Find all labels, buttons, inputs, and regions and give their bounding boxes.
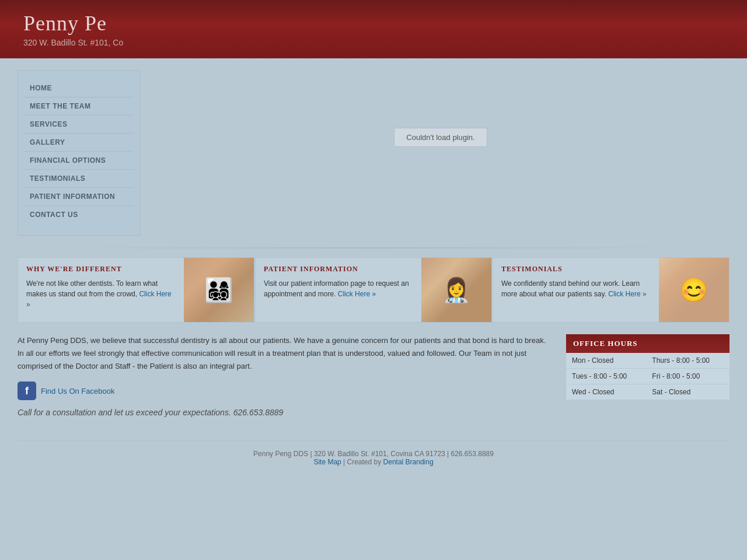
main-nav: HOMEMEET THE TEAMSERVICESGALLERYFINANCIA… [24, 79, 134, 223]
card-why-different: WHY WE'RE DIFFERENTWe're not like other … [18, 257, 254, 323]
card-image [184, 258, 254, 322]
nav-item: HOME [24, 79, 134, 97]
office-hours-table: Mon - ClosedThurs - 8:00 - 5:00Tues - 8:… [566, 353, 729, 400]
office-hours-day1: Wed - Closed [566, 384, 646, 400]
about-paragraph: At Penny Peng DDS, we believe that succe… [18, 334, 549, 373]
card-text: Visit our patient information page to re… [264, 278, 413, 299]
office-hours-row: Mon - ClosedThurs - 8:00 - 5:00 [566, 353, 729, 369]
cta-text: Call for a consultation and let us excee… [18, 406, 549, 420]
office-hours-row: Wed - ClosedSat - Closed [566, 384, 729, 400]
nav-link[interactable]: GALLERY [24, 134, 134, 151]
card-testimonials: TESTIMONIALSWe confidently stand behind … [492, 257, 729, 323]
nav-link[interactable]: FINANCIAL OPTIONS [24, 152, 134, 169]
card-text: We're not like other dentists. To learn … [26, 278, 176, 310]
office-hours-day1: Mon - Closed [566, 353, 646, 369]
nav-item: SERVICES [24, 116, 134, 134]
nav-item: FINANCIAL OPTIONS [24, 152, 134, 170]
card-heading: PATIENT INFORMATION [264, 265, 413, 274]
facebook-link-anchor[interactable]: Find Us On Facebook [41, 387, 114, 396]
header: Penny Pe 320 W. Badillo St. #101, Co [0, 0, 747, 58]
office-hours-day1: Tues - 8:00 - 5:00 [566, 369, 646, 384]
main-wrapper: HOMEMEET THE TEAMSERVICESGALLERYFINANCIA… [0, 58, 747, 247]
nav-list: HOMEMEET THE TEAMSERVICESGALLERYFINANCIA… [24, 79, 134, 223]
nav-link[interactable]: PATIENT INFORMATION [24, 188, 134, 205]
card-link[interactable]: Click Here » [338, 290, 376, 298]
footer: Penny Peng DDS | 320 W. Badillo St. #101… [18, 440, 729, 475]
nav-link[interactable]: CONTACT US [24, 206, 134, 223]
plugin-message: Couldn't load plugin. [406, 133, 474, 142]
footer-links: Site Map | Created by Dental Branding [35, 458, 712, 466]
sitemap-link[interactable]: Site Map [313, 458, 341, 466]
nav-item: TESTIMONIALS [24, 170, 134, 188]
footer-separator: | Created by [343, 458, 383, 466]
card-text: We confidently stand behind our work. Le… [501, 278, 651, 299]
nav-link[interactable]: TESTIMONIALS [24, 170, 134, 187]
office-hours-day2: Sat - Closed [646, 384, 729, 400]
separator [18, 247, 729, 249]
card-content: WHY WE'RE DIFFERENTWe're not like other … [18, 258, 184, 322]
office-hours-heading: OFFICE HOURS [566, 334, 729, 353]
facebook-section: f Find Us On Facebook [18, 382, 549, 400]
site-title: Penny Pe [23, 11, 123, 36]
card-content: PATIENT INFORMATIONVisit our patient inf… [256, 258, 421, 322]
card-link[interactable]: Click Here » [26, 290, 172, 309]
plugin-box: Couldn't load plugin. [394, 128, 487, 147]
footer-info: Penny Peng DDS | 320 W. Badillo St. #101… [35, 450, 712, 458]
nav-item: MEET THE TEAM [24, 97, 134, 116]
card-patient-information: PATIENT INFORMATIONVisit our patient inf… [254, 257, 492, 323]
branding-link[interactable]: Dental Branding [383, 458, 434, 466]
nav-link[interactable]: SERVICES [24, 116, 134, 133]
office-hours-row: Tues - 8:00 - 5:00Fri - 8:00 - 5:00 [566, 369, 729, 384]
card-image [421, 258, 491, 322]
office-hours-section: OFFICE HOURS Mon - ClosedThurs - 8:00 - … [566, 334, 729, 429]
nav-item: CONTACT US [24, 206, 134, 223]
nav-item: PATIENT INFORMATION [24, 188, 134, 206]
card-heading: WHY WE'RE DIFFERENT [26, 265, 176, 274]
card-heading: TESTIMONIALS [501, 265, 651, 274]
card-content: TESTIMONIALSWe confidently stand behind … [493, 258, 659, 322]
sidebar: HOMEMEET THE TEAMSERVICESGALLERYFINANCIA… [18, 70, 140, 236]
about-text: At Penny Peng DDS, we believe that succe… [18, 334, 549, 429]
site-address: 320 W. Badillo St. #101, Co [23, 38, 123, 47]
header-text: Penny Pe 320 W. Badillo St. #101, Co [23, 11, 123, 47]
office-hours-day2: Fri - 8:00 - 5:00 [646, 369, 729, 384]
facebook-icon: f [18, 382, 36, 400]
card-link[interactable]: Click Here » [608, 290, 646, 298]
card-image [659, 258, 729, 322]
bottom-section: At Penny Peng DDS, we believe that succe… [0, 334, 747, 429]
nav-link[interactable]: MEET THE TEAM [24, 97, 134, 115]
plugin-area: Couldn't load plugin. [152, 70, 729, 204]
nav-item: GALLERY [24, 134, 134, 152]
office-hours-day2: Thurs - 8:00 - 5:00 [646, 353, 729, 369]
nav-link[interactable]: HOME [24, 79, 134, 97]
cards-row: WHY WE'RE DIFFERENTWe're not like other … [0, 257, 747, 323]
